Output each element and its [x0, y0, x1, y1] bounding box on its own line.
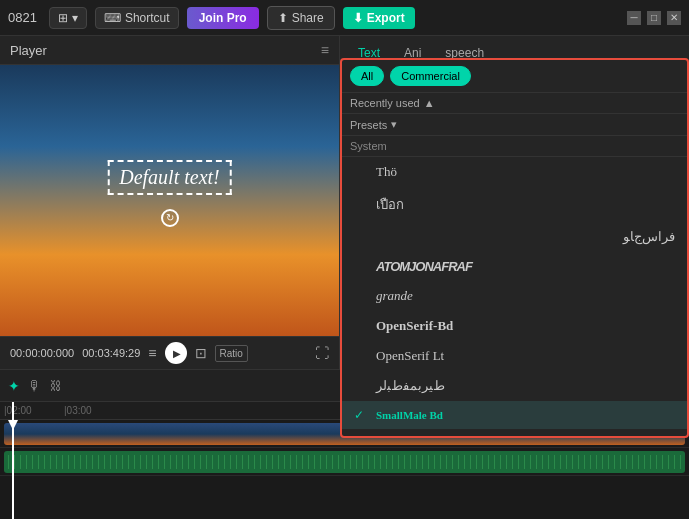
audio-track	[0, 448, 689, 476]
rotate-handle[interactable]: ↻	[161, 209, 179, 227]
font-item-thai[interactable]: เปือก	[342, 187, 687, 222]
font-dropdown[interactable]: All Commercial Recently used ▲ Presets ▾…	[340, 58, 689, 438]
chevron-down-icon: ▾	[391, 118, 397, 131]
font-name-smallmale-bd: SmallMale Bd	[376, 409, 675, 421]
font-item-grunge[interactable]: ATOMJONAFRAF	[342, 252, 687, 281]
window-controls: ─ □ ✕	[627, 11, 681, 25]
font-name-tho: Thö	[376, 164, 675, 180]
player-controls: 00:00:00:000 00:03:49:29 ≡ ▶ ⊡ Ratio ⛶	[0, 336, 339, 369]
font-item-grande[interactable]: grande	[342, 281, 687, 311]
font-name-grunge: ATOMJONAFRAF	[376, 259, 675, 274]
minimize-button[interactable]: ─	[627, 11, 641, 25]
ruler-mark-03: |03:00	[60, 405, 120, 416]
font-list[interactable]: Thö เปือก ﻓﺮﺍﺱﺝﺎﻮ ATOMJONAFRAF	[342, 157, 687, 438]
font-item-smallmale-bd[interactable]: ✓ SmallMale Bd	[342, 401, 687, 429]
right-panel: Text Ani speech All Commercial Basic Pre…	[340, 36, 689, 369]
shortcut-label: Shortcut	[125, 11, 170, 25]
share-icon: ⬆	[278, 11, 288, 25]
font-item-openserif-rg[interactable]: OpenSerif-Rg	[342, 429, 687, 438]
font-item-openserif-lt[interactable]: OpenSerif Lt	[342, 341, 687, 371]
recently-used-label: Recently used	[350, 97, 420, 109]
top-bar: 0821 ⊞ ▾ ⌨ Shortcut Join Pro ⬆ Share ⬇ E…	[0, 0, 689, 36]
player-canvas: Default text! ↻	[0, 65, 339, 336]
text-overlay[interactable]: Default text!	[107, 160, 232, 195]
dropdown-filter-row: All Commercial	[342, 60, 687, 93]
font-name-openserif-rg: OpenSerif-Rg	[376, 436, 675, 438]
main-layout: Player ≡ Default text! ↻ 00:00:00:000 00…	[0, 36, 689, 369]
layout-label: ▾	[72, 11, 78, 25]
export-label: Export	[367, 11, 405, 25]
share-button[interactable]: ⬆ Share	[267, 6, 335, 30]
time-current: 00:00:00:000	[10, 347, 74, 359]
screenshot-icon[interactable]: ⊡	[195, 345, 207, 361]
font-name-urdu: ﻁﻴﺮﺑﻤﻔﻁﺒﻟﺮ	[376, 378, 675, 394]
player-panel: Player ≡ Default text! ↻ 00:00:00:000 00…	[0, 36, 340, 369]
audio-clip-wave	[4, 451, 685, 473]
font-item-urdu[interactable]: ﻁﻴﺮﺑﻤﻔﻁﺒﻟﺮ	[342, 371, 687, 401]
shortcut-btn[interactable]: ⌨ Shortcut	[95, 7, 179, 29]
share-label: Share	[292, 11, 324, 25]
ratio-button[interactable]: Ratio	[215, 345, 248, 362]
font-item-arabic[interactable]: ﻓﺮﺍﺱﺝﺎﻮ	[342, 222, 687, 252]
link-icon[interactable]: ⛓	[50, 379, 62, 393]
dropdown-overlay: All Commercial Recently used ▲ Presets ▾…	[340, 36, 689, 369]
layout-icon: ⊞	[58, 11, 68, 25]
app-title: 0821	[8, 10, 37, 25]
close-button[interactable]: ✕	[667, 11, 681, 25]
dropdown-filter-commercial[interactable]: Commercial	[390, 66, 471, 86]
font-name-openserif-bd: OpenSerif-Bd	[376, 318, 675, 334]
dropdown-presets: Presets ▾	[342, 114, 687, 136]
presets-label-dd: Presets	[350, 119, 387, 131]
dropdown-system-label: System	[342, 136, 687, 157]
magic-icon[interactable]: ✦	[8, 378, 20, 394]
ruler-mark-02: |02:00	[0, 405, 60, 416]
play-icon: ▶	[173, 348, 181, 359]
scrubber-line[interactable]	[12, 402, 14, 519]
check-icon: ✓	[354, 408, 368, 422]
font-item-openserif-bd[interactable]: OpenSerif-Bd	[342, 311, 687, 341]
font-name-thai: เปือก	[376, 194, 675, 215]
shortcut-icon: ⌨	[104, 11, 121, 25]
export-icon: ⬇	[353, 11, 363, 25]
font-name-openserif-lt: OpenSerif Lt	[376, 348, 675, 364]
mic-icon[interactable]: 🎙	[28, 378, 42, 394]
player-menu-icon[interactable]: ≡	[321, 42, 329, 58]
dropdown-recently-used: Recently used ▲	[342, 93, 687, 114]
time-total: 00:03:49:29	[82, 347, 140, 359]
chevron-up-icon: ▲	[424, 97, 435, 109]
font-item-tho[interactable]: Thö	[342, 157, 687, 187]
play-button[interactable]: ▶	[165, 342, 187, 364]
audio-clip[interactable]	[4, 451, 685, 473]
player-title: Player	[10, 43, 47, 58]
font-name-grande: grande	[376, 288, 675, 304]
audio-waveform	[8, 455, 681, 469]
maximize-button[interactable]: □	[647, 11, 661, 25]
layout-btn[interactable]: ⊞ ▾	[49, 7, 87, 29]
list-icon[interactable]: ≡	[148, 345, 156, 361]
font-name-arabic: ﻓﺮﺍﺱﺝﺎﻮ	[376, 229, 675, 245]
player-header: Player ≡	[0, 36, 339, 65]
export-button[interactable]: ⬇ Export	[343, 7, 415, 29]
join-pro-button[interactable]: Join Pro	[187, 7, 259, 29]
fullscreen-button[interactable]: ⛶	[315, 345, 329, 361]
dropdown-filter-all[interactable]: All	[350, 66, 384, 86]
